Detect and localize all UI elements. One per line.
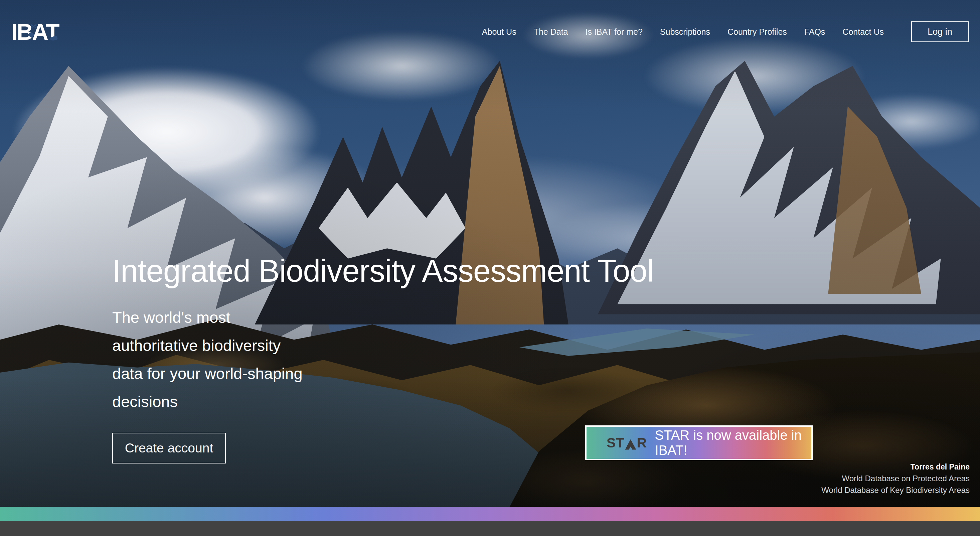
nav-item-the-data[interactable]: The Data — [534, 27, 568, 37]
log-in-button[interactable]: Log in — [911, 21, 969, 42]
hero-section: IBAT About Us The Data Is IBAT for me? S… — [0, 0, 980, 507]
nav-item-contact-us[interactable]: Contact Us — [842, 27, 884, 37]
photo-credit-location: Torres del Paine — [821, 461, 970, 472]
rainbow-divider-bar — [0, 507, 980, 521]
page-title: Integrated Biodiversity Assessment Tool — [112, 249, 654, 293]
photo-credit-source: World Database on Protected Areas — [821, 472, 970, 484]
star-logo-icon: STR — [606, 436, 647, 450]
hero-copy: Integrated Biodiversity Assessment Tool … — [112, 249, 654, 464]
hero-subtitle: The world's most authoritative biodivers… — [112, 303, 654, 416]
footer-bar — [0, 521, 980, 536]
hero-subtitle-line: The world's most — [112, 303, 654, 332]
nav-item-is-ibat-for-me[interactable]: Is IBAT for me? — [585, 27, 643, 37]
main-nav: About Us The Data Is IBAT for me? Subscr… — [482, 21, 969, 42]
star-logo-suffix: R — [636, 436, 647, 450]
ibat-logo[interactable]: IBAT — [11, 21, 59, 43]
photo-credit-source: World Database of Key Biodiversity Areas — [821, 484, 970, 496]
ibat-logo-text: IBAT — [11, 19, 59, 45]
photo-credits: Torres del Paine World Database on Prote… — [821, 461, 970, 496]
nav-item-country-profiles[interactable]: Country Profiles — [727, 27, 787, 37]
create-account-button[interactable]: Create account — [112, 433, 226, 464]
star-logo-a-glyph — [625, 439, 636, 450]
top-navigation-bar: IBAT About Us The Data Is IBAT for me? S… — [0, 0, 980, 64]
nav-item-subscriptions[interactable]: Subscriptions — [660, 27, 710, 37]
hero-subtitle-line: decisions — [112, 388, 654, 416]
hero-subtitle-line: data for your world-shaping — [112, 360, 654, 388]
nav-item-faqs[interactable]: FAQs — [804, 27, 825, 37]
star-logo-prefix: ST — [606, 436, 624, 450]
hero-subtitle-line: authoritative biodiversity — [112, 332, 654, 360]
star-announcement-banner[interactable]: STR STAR is now available in IBAT! — [585, 425, 813, 460]
star-banner-message: STAR is now available in IBAT! — [655, 428, 811, 458]
nav-item-about-us[interactable]: About Us — [482, 27, 516, 37]
ibat-homepage: IBAT About Us The Data Is IBAT for me? S… — [0, 0, 980, 536]
